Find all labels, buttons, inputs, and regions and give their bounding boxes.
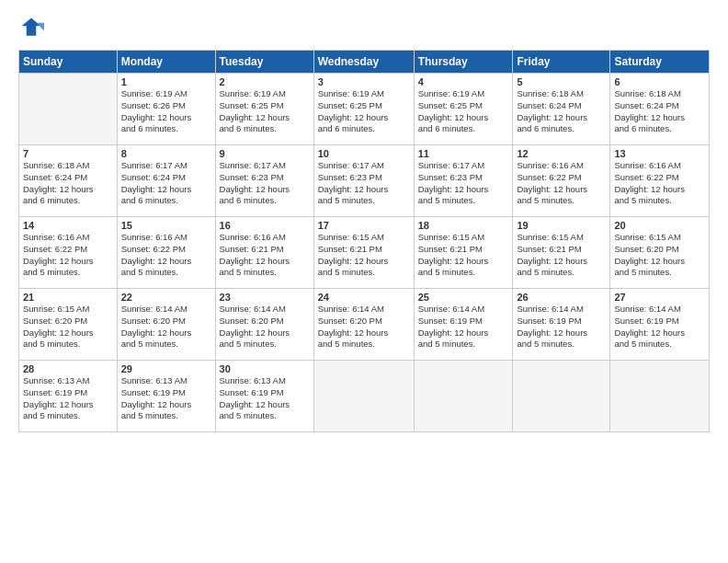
day-number: 6 bbox=[614, 76, 705, 87]
day-info: Sunrise: 6:17 AMSunset: 6:23 PMDaylight:… bbox=[220, 160, 310, 207]
calendar-cell: 11Sunrise: 6:17 AMSunset: 6:23 PMDayligh… bbox=[414, 145, 513, 217]
day-number: 4 bbox=[418, 76, 509, 87]
day-number: 2 bbox=[220, 76, 310, 87]
calendar-cell: 7Sunrise: 6:18 AMSunset: 6:24 PMDaylight… bbox=[19, 145, 118, 217]
day-info: Sunrise: 6:18 AMSunset: 6:24 PMDaylight:… bbox=[614, 88, 705, 135]
day-number: 17 bbox=[318, 220, 410, 231]
calendar-cell: 3Sunrise: 6:19 AMSunset: 6:25 PMDaylight… bbox=[313, 74, 414, 145]
calendar-week-5: 28Sunrise: 6:13 AMSunset: 6:19 PMDayligh… bbox=[19, 361, 710, 432]
calendar-cell: 17Sunrise: 6:15 AMSunset: 6:21 PMDayligh… bbox=[313, 217, 414, 289]
calendar-week-2: 7Sunrise: 6:18 AMSunset: 6:24 PMDaylight… bbox=[19, 145, 710, 217]
calendar-cell: 12Sunrise: 6:16 AMSunset: 6:22 PMDayligh… bbox=[513, 145, 610, 217]
day-info: Sunrise: 6:15 AMSunset: 6:21 PMDaylight:… bbox=[517, 232, 606, 279]
calendar-cell: 18Sunrise: 6:15 AMSunset: 6:21 PMDayligh… bbox=[414, 217, 513, 289]
day-number: 28 bbox=[23, 363, 113, 374]
calendar-cell: 29Sunrise: 6:13 AMSunset: 6:19 PMDayligh… bbox=[117, 361, 215, 432]
calendar-cell: 20Sunrise: 6:15 AMSunset: 6:20 PMDayligh… bbox=[610, 217, 710, 289]
day-number: 24 bbox=[318, 292, 410, 303]
calendar-cell: 4Sunrise: 6:19 AMSunset: 6:25 PMDaylight… bbox=[414, 74, 513, 145]
calendar-cell bbox=[19, 74, 118, 145]
calendar-header-tuesday: Tuesday bbox=[215, 51, 313, 74]
day-number: 9 bbox=[220, 148, 310, 159]
day-info: Sunrise: 6:18 AMSunset: 6:24 PMDaylight:… bbox=[23, 160, 113, 207]
calendar-cell: 24Sunrise: 6:14 AMSunset: 6:20 PMDayligh… bbox=[313, 289, 414, 361]
day-number: 25 bbox=[418, 292, 509, 303]
logo bbox=[18, 15, 48, 40]
day-info: Sunrise: 6:15 AMSunset: 6:20 PMDaylight:… bbox=[614, 232, 705, 279]
calendar-cell: 30Sunrise: 6:13 AMSunset: 6:19 PMDayligh… bbox=[215, 361, 313, 432]
calendar-cell: 14Sunrise: 6:16 AMSunset: 6:22 PMDayligh… bbox=[19, 217, 118, 289]
calendar-cell: 25Sunrise: 6:14 AMSunset: 6:19 PMDayligh… bbox=[414, 289, 513, 361]
calendar-cell bbox=[610, 361, 710, 432]
day-info: Sunrise: 6:14 AMSunset: 6:19 PMDaylight:… bbox=[418, 304, 509, 350]
day-info: Sunrise: 6:17 AMSunset: 6:24 PMDaylight:… bbox=[121, 160, 211, 207]
day-info: Sunrise: 6:14 AMSunset: 6:19 PMDaylight:… bbox=[614, 304, 705, 350]
calendar-week-4: 21Sunrise: 6:15 AMSunset: 6:20 PMDayligh… bbox=[19, 289, 710, 361]
calendar-header-wednesday: Wednesday bbox=[313, 51, 414, 74]
day-info: Sunrise: 6:19 AMSunset: 6:25 PMDaylight:… bbox=[418, 88, 509, 135]
calendar-cell bbox=[513, 361, 610, 432]
day-info: Sunrise: 6:16 AMSunset: 6:22 PMDaylight:… bbox=[517, 160, 606, 207]
day-info: Sunrise: 6:19 AMSunset: 6:26 PMDaylight:… bbox=[121, 88, 211, 135]
calendar-header-thursday: Thursday bbox=[414, 51, 513, 74]
day-number: 23 bbox=[220, 292, 310, 303]
day-number: 19 bbox=[517, 220, 606, 231]
calendar-cell: 26Sunrise: 6:14 AMSunset: 6:19 PMDayligh… bbox=[513, 289, 610, 361]
day-info: Sunrise: 6:13 AMSunset: 6:19 PMDaylight:… bbox=[121, 375, 211, 422]
day-info: Sunrise: 6:16 AMSunset: 6:21 PMDaylight:… bbox=[220, 232, 310, 279]
calendar-cell: 9Sunrise: 6:17 AMSunset: 6:23 PMDaylight… bbox=[215, 145, 313, 217]
day-number: 27 bbox=[614, 292, 705, 303]
calendar-cell: 8Sunrise: 6:17 AMSunset: 6:24 PMDaylight… bbox=[117, 145, 215, 217]
day-info: Sunrise: 6:14 AMSunset: 6:19 PMDaylight:… bbox=[517, 304, 606, 350]
calendar-cell: 15Sunrise: 6:16 AMSunset: 6:22 PMDayligh… bbox=[117, 217, 215, 289]
day-number: 20 bbox=[614, 220, 705, 231]
day-info: Sunrise: 6:14 AMSunset: 6:20 PMDaylight:… bbox=[318, 304, 410, 350]
day-number: 16 bbox=[220, 220, 310, 231]
calendar-cell: 1Sunrise: 6:19 AMSunset: 6:26 PMDaylight… bbox=[117, 74, 215, 145]
day-info: Sunrise: 6:15 AMSunset: 6:21 PMDaylight:… bbox=[318, 232, 410, 279]
day-number: 7 bbox=[23, 148, 113, 159]
calendar-cell: 5Sunrise: 6:18 AMSunset: 6:24 PMDaylight… bbox=[513, 74, 610, 145]
header bbox=[18, 15, 710, 40]
day-info: Sunrise: 6:17 AMSunset: 6:23 PMDaylight:… bbox=[418, 160, 509, 207]
day-number: 29 bbox=[121, 363, 211, 374]
day-info: Sunrise: 6:14 AMSunset: 6:20 PMDaylight:… bbox=[121, 304, 211, 350]
calendar-table: SundayMondayTuesdayWednesdayThursdayFrid… bbox=[18, 50, 710, 432]
calendar-header-monday: Monday bbox=[117, 51, 215, 74]
calendar-week-1: 1Sunrise: 6:19 AMSunset: 6:26 PMDaylight… bbox=[19, 74, 710, 145]
calendar-cell: 10Sunrise: 6:17 AMSunset: 6:23 PMDayligh… bbox=[313, 145, 414, 217]
calendar-cell: 28Sunrise: 6:13 AMSunset: 6:19 PMDayligh… bbox=[19, 361, 118, 432]
day-info: Sunrise: 6:16 AMSunset: 6:22 PMDaylight:… bbox=[23, 232, 113, 279]
day-info: Sunrise: 6:19 AMSunset: 6:25 PMDaylight:… bbox=[220, 88, 310, 135]
svg-marker-1 bbox=[36, 23, 44, 31]
calendar-cell: 6Sunrise: 6:18 AMSunset: 6:24 PMDaylight… bbox=[610, 74, 710, 145]
calendar-cell: 13Sunrise: 6:16 AMSunset: 6:22 PMDayligh… bbox=[610, 145, 710, 217]
day-number: 12 bbox=[517, 148, 606, 159]
day-info: Sunrise: 6:19 AMSunset: 6:25 PMDaylight:… bbox=[318, 88, 410, 135]
calendar-header-saturday: Saturday bbox=[610, 51, 710, 74]
day-number: 15 bbox=[121, 220, 211, 231]
page: SundayMondayTuesdayWednesdayThursdayFrid… bbox=[0, 0, 728, 563]
calendar-cell: 21Sunrise: 6:15 AMSunset: 6:20 PMDayligh… bbox=[19, 289, 118, 361]
calendar-cell bbox=[313, 361, 414, 432]
calendar-cell: 22Sunrise: 6:14 AMSunset: 6:20 PMDayligh… bbox=[117, 289, 215, 361]
calendar-header-sunday: Sunday bbox=[19, 51, 118, 74]
day-info: Sunrise: 6:13 AMSunset: 6:19 PMDaylight:… bbox=[220, 375, 310, 422]
day-number: 1 bbox=[121, 76, 211, 87]
day-number: 10 bbox=[318, 148, 410, 159]
calendar-cell: 23Sunrise: 6:14 AMSunset: 6:20 PMDayligh… bbox=[215, 289, 313, 361]
day-info: Sunrise: 6:17 AMSunset: 6:23 PMDaylight:… bbox=[318, 160, 410, 207]
day-number: 3 bbox=[318, 76, 410, 87]
day-number: 11 bbox=[418, 148, 509, 159]
day-number: 8 bbox=[121, 148, 211, 159]
day-number: 14 bbox=[23, 220, 113, 231]
day-number: 5 bbox=[517, 76, 606, 87]
calendar-header-friday: Friday bbox=[513, 51, 610, 74]
day-number: 21 bbox=[23, 292, 113, 303]
calendar-header-row: SundayMondayTuesdayWednesdayThursdayFrid… bbox=[19, 51, 710, 74]
day-info: Sunrise: 6:18 AMSunset: 6:24 PMDaylight:… bbox=[517, 88, 606, 135]
day-info: Sunrise: 6:16 AMSunset: 6:22 PMDaylight:… bbox=[121, 232, 211, 279]
calendar-cell: 27Sunrise: 6:14 AMSunset: 6:19 PMDayligh… bbox=[610, 289, 710, 361]
day-info: Sunrise: 6:15 AMSunset: 6:21 PMDaylight:… bbox=[418, 232, 509, 279]
day-number: 30 bbox=[220, 363, 310, 374]
